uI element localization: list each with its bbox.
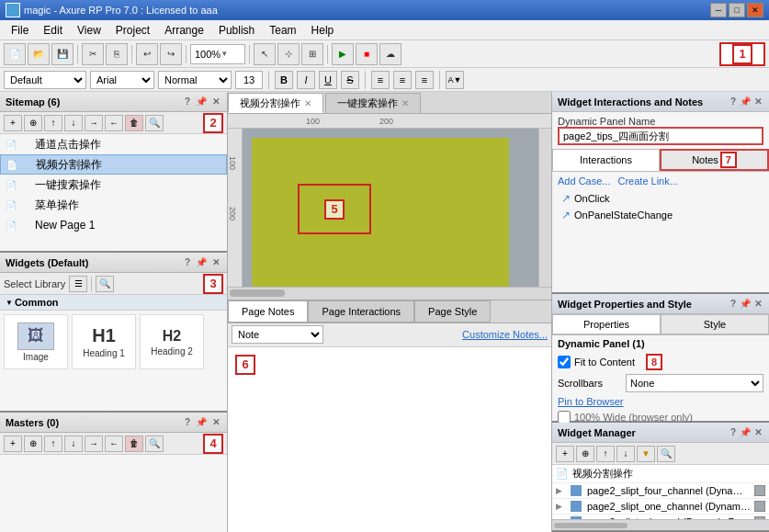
sitemap-item-search[interactable]: 📄 一键搜索操作 [0,175,227,195]
sitemap-outdent-btn[interactable]: ← [105,115,123,131]
canvas-scrollbar-h[interactable] [228,287,551,300]
underline-btn[interactable]: U [319,71,337,89]
wp-help-btn[interactable]: ? [729,299,738,309]
pin-to-browser-row[interactable]: Pin to Browser [552,394,769,409]
widget-pin-btn[interactable]: 📌 [194,257,209,267]
canvas-widget[interactable]: 5 [298,184,371,234]
masters-arrow-btn[interactable]: → [85,436,103,452]
sitemap-add-child-btn[interactable]: ⊕ [24,115,42,131]
wm-scrollbar-h[interactable] [552,519,769,530]
wm-search-btn[interactable]: 🔍 [657,446,675,462]
masters-add2-btn[interactable]: ⊕ [24,436,42,452]
bold-btn[interactable]: B [275,71,293,89]
wi-pin-btn[interactable]: 📌 [738,96,752,107]
stop-btn[interactable]: ■ [356,43,378,65]
sitemap-up-btn[interactable]: ↑ [44,115,62,131]
masters-delete-btn[interactable]: 🗑 [125,436,143,452]
pct-wide-checkbox[interactable] [558,411,571,424]
maximize-btn[interactable]: □ [729,3,745,17]
undo-btn[interactable]: ↩ [136,43,158,65]
wm-btn2[interactable]: ⊕ [576,446,594,462]
italic-btn[interactable]: I [297,71,315,89]
masters-close-btn[interactable]: ✕ [210,417,221,427]
wm-vis-icon-2[interactable] [754,501,765,512]
wm-btn4[interactable]: ↓ [616,446,635,462]
menu-help[interactable]: Help [304,22,342,39]
masters-arrow2-btn[interactable]: ← [105,436,123,452]
dynamic-panel-name-input[interactable] [558,127,763,145]
tab-notes[interactable]: Notes 7 [660,149,769,171]
sitemap-item-tongdao[interactable]: 📄 通道点击操作 [0,134,227,154]
tool-btn[interactable]: ⊞ [301,43,323,65]
align-right-btn[interactable]: ≡ [415,71,434,89]
h-scroll-thumb[interactable] [230,289,285,297]
select-btn[interactable]: ⊹ [277,43,300,65]
masters-pin-btn[interactable]: 📌 [194,417,209,427]
preview-btn[interactable]: ▶ [332,43,354,65]
create-link-link[interactable]: Create Link... [617,175,677,187]
wm-add-btn[interactable]: + [556,446,574,462]
wp-close-btn[interactable]: ✕ [752,299,763,309]
menu-team[interactable]: Team [262,22,303,39]
tab-video[interactable]: 视频分割操作 ✕ [228,93,323,113]
font-dropdown[interactable]: Arial [90,71,154,89]
widget-help-btn[interactable]: ? [183,257,192,267]
wm-pin-btn[interactable]: 📌 [738,427,752,437]
wi-close-btn[interactable]: ✕ [752,96,763,107]
open-btn[interactable]: 📂 [28,43,50,65]
tab-page-notes[interactable]: Page Notes [228,300,308,323]
tab-properties[interactable]: Properties [552,314,661,334]
align-left-btn[interactable]: ≡ [371,71,390,89]
widget-close-btn[interactable]: ✕ [210,257,221,267]
cut-btn[interactable]: ✂ [82,43,104,65]
sitemap-pin-btn[interactable]: 📌 [194,96,209,107]
sitemap-search-btn[interactable]: 🔍 [145,115,164,131]
redo-btn[interactable]: ↪ [160,43,182,65]
wm-item-one[interactable]: ▶ page2_slipt_one_channel (Dynamic... [552,499,769,515]
wm-vis-icon-1[interactable] [754,485,765,496]
menu-edit[interactable]: Edit [36,22,70,39]
wm-item-four[interactable]: ▶ page2_slipt_four_channel (Dynami... [552,483,769,499]
wp-pin-btn[interactable]: 📌 [738,299,752,309]
canvas-scrollbar-v[interactable] [538,129,551,287]
menu-file[interactable]: File [4,22,36,39]
minimize-btn[interactable]: ─ [710,3,727,17]
wm-btn3[interactable]: ↑ [596,446,615,462]
sitemap-indent-btn[interactable]: → [85,115,103,131]
align-center-btn[interactable]: ≡ [393,71,412,89]
note-type-select[interactable]: Note [232,325,323,344]
strikethrough-btn[interactable]: S [341,71,359,89]
close-btn[interactable]: ✕ [747,3,763,17]
masters-up-btn[interactable]: ↑ [44,436,62,452]
menu-publish[interactable]: Publish [211,22,262,39]
widget-h2[interactable]: H2 Heading 2 [140,314,204,369]
sitemap-item-video[interactable]: 📄 视频分割操作 [0,154,227,175]
tab-search-close[interactable]: ✕ [401,98,409,108]
wm-filter-btn[interactable]: ▼ [637,446,655,462]
customize-notes-link[interactable]: Customize Notes... [462,329,548,340]
sitemap-down-btn[interactable]: ↓ [64,115,83,131]
font-color-btn[interactable]: A▼ [446,71,464,89]
widget-h1[interactable]: H1 Heading 1 [72,314,136,369]
notes-content[interactable]: 6 [228,347,551,533]
sitemap-delete-btn[interactable]: 🗑 [125,115,143,131]
tab-style[interactable]: Style [661,314,769,334]
new-btn[interactable]: 📄 [4,43,26,65]
masters-search-btn[interactable]: 🔍 [145,436,164,452]
sitemap-item-menu[interactable]: 📄 菜单操作 [0,195,227,215]
scrollbars-select[interactable]: None [626,374,763,392]
copy-btn[interactable]: ⎘ [106,43,128,65]
publish-btn[interactable]: ☁ [379,43,401,65]
wm-scroll-thumb[interactable] [554,523,628,528]
masters-help-btn[interactable]: ? [183,417,192,427]
tab-search[interactable]: 一键搜索操作 ✕ [325,93,421,113]
menu-project[interactable]: Project [108,22,157,39]
sitemap-help-btn[interactable]: ? [183,96,192,107]
tab-interactions[interactable]: Interactions [552,149,660,171]
masters-down-btn[interactable]: ↓ [64,436,83,452]
pointer-btn[interactable]: ↖ [254,43,276,65]
fit-to-content-checkbox[interactable] [558,356,571,368]
canvas-content[interactable]: 5 [243,129,538,287]
tab-page-interactions[interactable]: Page Interactions [308,300,414,323]
wi-help-btn[interactable]: ? [729,96,738,107]
